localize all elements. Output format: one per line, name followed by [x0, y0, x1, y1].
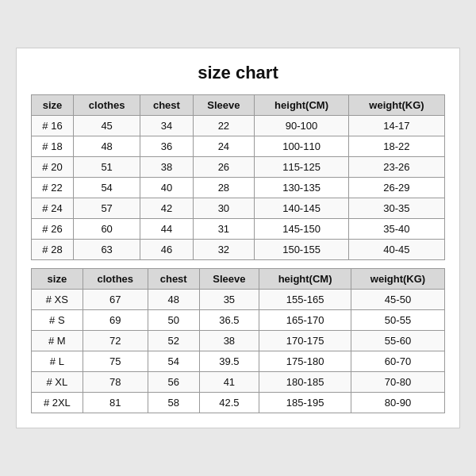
table1-header-row: sizeclotheschestSleeveheight(CM)weight(K…: [32, 95, 445, 116]
table-gap: [31, 260, 445, 268]
table1-cell-r2-c4: 115-125: [255, 157, 349, 178]
table-row: # XL785641180-18570-80: [32, 372, 445, 393]
size-table-1: sizeclotheschestSleeveheight(CM)weight(K…: [31, 94, 445, 260]
table1-col-header-1: clothes: [74, 95, 140, 116]
table1-cell-r0-c2: 34: [140, 116, 193, 136]
table1-cell-r0-c3: 22: [193, 116, 255, 136]
chart-title: size chart: [31, 63, 445, 83]
table2-cell-r5-c2: 58: [148, 393, 199, 413]
table1-cell-r3-c5: 26-29: [348, 178, 444, 198]
table1-cell-r3-c4: 130-135: [255, 178, 349, 198]
table1-cell-r1-c1: 48: [74, 136, 140, 157]
table1-cell-r6-c5: 40-45: [348, 240, 444, 260]
table2-cell-r2-c5: 55-60: [351, 331, 444, 351]
table2-cell-r0-c4: 155-165: [259, 290, 351, 310]
table2-cell-r2-c4: 170-175: [259, 331, 351, 351]
table1-col-header-2: chest: [140, 95, 193, 116]
table1-cell-r4-c5: 30-35: [348, 198, 444, 219]
table-row: # S695036.5165-17050-55: [32, 310, 445, 331]
table1-cell-r5-c4: 145-150: [255, 219, 349, 240]
table1-cell-r3-c1: 54: [74, 178, 140, 198]
table2-cell-r4-c4: 180-185: [259, 372, 351, 393]
table1-cell-r4-c2: 42: [140, 198, 193, 219]
table1-cell-r1-c2: 36: [140, 136, 193, 157]
table1-body: # 1645342290-10014-17# 18483624100-11018…: [32, 116, 445, 260]
table1-cell-r0-c5: 14-17: [348, 116, 444, 136]
table-row: # 1645342290-10014-17: [32, 116, 445, 136]
table2-cell-r0-c1: 67: [83, 290, 148, 310]
table1-cell-r2-c0: # 20: [32, 157, 74, 178]
table2-body: # XS674835155-16545-50# S695036.5165-170…: [32, 290, 445, 413]
table2-cell-r1-c5: 50-55: [351, 310, 444, 331]
table2-cell-r5-c5: 80-90: [351, 393, 444, 413]
table1-cell-r5-c2: 44: [140, 219, 193, 240]
table1-cell-r4-c0: # 24: [32, 198, 74, 219]
table2-cell-r0-c0: # XS: [32, 290, 83, 310]
table1-cell-r0-c1: 45: [74, 116, 140, 136]
table-row: # M725238170-17555-60: [32, 331, 445, 351]
table2-cell-r4-c2: 56: [148, 372, 199, 393]
table2-cell-r2-c1: 72: [83, 331, 148, 351]
table1-cell-r3-c0: # 22: [32, 178, 74, 198]
table1-col-header-0: size: [32, 95, 74, 116]
table1-cell-r2-c1: 51: [74, 157, 140, 178]
table2-col-header-5: weight(KG): [351, 269, 444, 290]
table1-cell-r6-c3: 32: [193, 240, 255, 260]
table2-col-header-4: height(CM): [259, 269, 351, 290]
table2-cell-r1-c2: 50: [148, 310, 199, 331]
table1-cell-r0-c0: # 16: [32, 116, 74, 136]
table-row: # 26604431145-15035-40: [32, 219, 445, 240]
table1-cell-r2-c2: 38: [140, 157, 193, 178]
table2-cell-r2-c0: # M: [32, 331, 83, 351]
table1-cell-r1-c3: 24: [193, 136, 255, 157]
table1-cell-r6-c2: 46: [140, 240, 193, 260]
table2-cell-r5-c1: 81: [83, 393, 148, 413]
table1-cell-r3-c3: 28: [193, 178, 255, 198]
table1-cell-r1-c0: # 18: [32, 136, 74, 157]
table-row: # 18483624100-11018-22: [32, 136, 445, 157]
table2-cell-r4-c5: 70-80: [351, 372, 444, 393]
table1-cell-r5-c5: 35-40: [348, 219, 444, 240]
table2-cell-r0-c3: 35: [199, 290, 259, 310]
table2-cell-r3-c0: # L: [32, 351, 83, 372]
table1-cell-r4-c1: 57: [74, 198, 140, 219]
table1-cell-r0-c4: 90-100: [255, 116, 349, 136]
table-row: # 28634632150-15540-45: [32, 240, 445, 260]
table2-header-row: sizeclotheschestSleeveheight(CM)weight(K…: [32, 269, 445, 290]
table2-cell-r5-c4: 185-195: [259, 393, 351, 413]
table2-col-header-2: chest: [148, 269, 199, 290]
table2-cell-r1-c3: 36.5: [199, 310, 259, 331]
table2-col-header-3: Sleeve: [199, 269, 259, 290]
table2-cell-r5-c0: # 2XL: [32, 393, 83, 413]
table1-cell-r5-c0: # 26: [32, 219, 74, 240]
table2-cell-r5-c3: 42.5: [199, 393, 259, 413]
table1-col-header-3: Sleeve: [193, 95, 255, 116]
table1-cell-r4-c3: 30: [193, 198, 255, 219]
table-row: # 20513826115-12523-26: [32, 157, 445, 178]
table2-cell-r3-c2: 54: [148, 351, 199, 372]
table2-cell-r3-c4: 175-180: [259, 351, 351, 372]
table1-cell-r5-c1: 60: [74, 219, 140, 240]
table2-cell-r4-c3: 41: [199, 372, 259, 393]
table1-col-header-5: weight(KG): [348, 95, 444, 116]
table2-cell-r1-c0: # S: [32, 310, 83, 331]
table2-cell-r4-c1: 78: [83, 372, 148, 393]
table-row: # 2XL815842.5185-19580-90: [32, 393, 445, 413]
table-row: # 24574230140-14530-35: [32, 198, 445, 219]
table2-cell-r0-c2: 48: [148, 290, 199, 310]
table2-cell-r1-c1: 69: [83, 310, 148, 331]
table-row: # XS674835155-16545-50: [32, 290, 445, 310]
table1-cell-r4-c4: 140-145: [255, 198, 349, 219]
table2-cell-r2-c3: 38: [199, 331, 259, 351]
table1-cell-r6-c0: # 28: [32, 240, 74, 260]
table1-cell-r1-c5: 18-22: [348, 136, 444, 157]
size-table-2: sizeclotheschestSleeveheight(CM)weight(K…: [31, 268, 445, 413]
table2-cell-r3-c3: 39.5: [199, 351, 259, 372]
table2-header: sizeclotheschestSleeveheight(CM)weight(K…: [32, 269, 445, 290]
table2-cell-r2-c2: 52: [148, 331, 199, 351]
table2-cell-r3-c5: 60-70: [351, 351, 444, 372]
size-chart-card: size chart sizeclotheschestSleeveheight(…: [16, 48, 460, 428]
table2-cell-r1-c4: 165-170: [259, 310, 351, 331]
table1-cell-r5-c3: 31: [193, 219, 255, 240]
table2-col-header-1: clothes: [83, 269, 148, 290]
